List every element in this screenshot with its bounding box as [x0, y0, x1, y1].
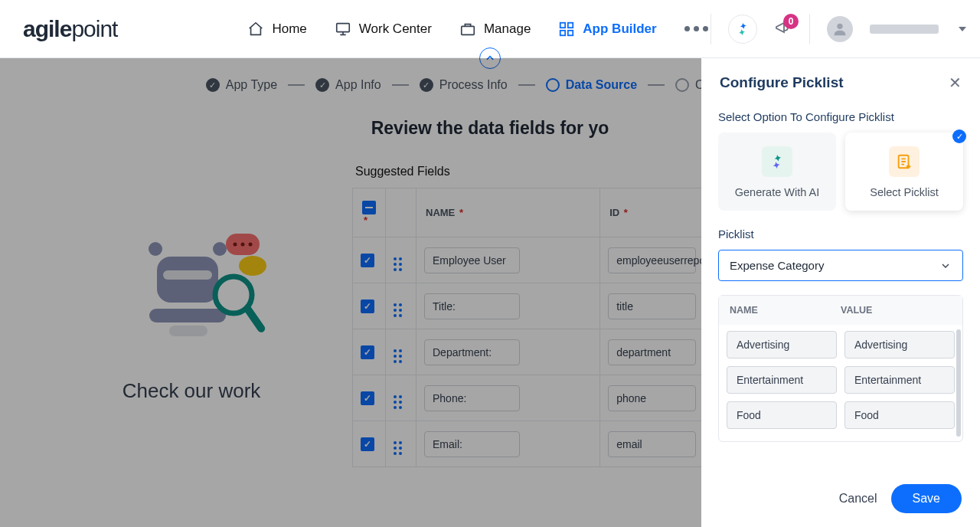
svg-rect-5	[568, 30, 573, 34]
user-menu-caret[interactable]	[959, 25, 966, 33]
notifications[interactable]: 0	[774, 18, 792, 40]
top-right: 0	[710, 14, 966, 44]
pinwheel-icon	[735, 21, 750, 37]
logo-bold: agile	[23, 16, 71, 41]
configure-picklist-panel: Configure Picklist ✕ Select Option To Co…	[701, 58, 980, 527]
nav-label: Work Center	[359, 21, 432, 37]
chevron-down-icon	[939, 260, 952, 272]
option-label: Select Picklist	[870, 186, 938, 198]
notification-badge: 0	[783, 14, 799, 29]
selected-badge-icon: ✓	[952, 129, 966, 143]
svg-rect-4	[560, 30, 565, 34]
svg-point-6	[837, 23, 842, 28]
panel-subtitle: Select Option To Configure Picklist	[718, 110, 963, 123]
panel-title: Configure Picklist	[720, 74, 844, 91]
nv-name-input[interactable]: Entertainment	[727, 366, 837, 394]
briefcase-icon	[459, 21, 476, 38]
nv-head-value: VALUE	[841, 305, 952, 316]
monitor-icon	[335, 21, 351, 38]
user-icon	[831, 21, 848, 38]
nav-more[interactable]	[684, 26, 708, 31]
logo-thin: point	[71, 16, 117, 41]
user-name	[870, 25, 939, 34]
avatar[interactable]	[827, 16, 853, 42]
nv-value-input[interactable]: Entertainment	[844, 366, 955, 394]
list-icon	[896, 153, 913, 170]
main-nav: Home Work Center Manage App Builder	[247, 21, 707, 38]
nv-name-input[interactable]: Food	[727, 401, 837, 429]
pinwheel-icon	[769, 153, 786, 170]
logo[interactable]: agilepoint	[23, 16, 117, 42]
nv-row: Entertainment Entertainment	[727, 366, 955, 394]
close-icon[interactable]: ✕	[949, 74, 962, 92]
apps-icon	[558, 21, 575, 38]
picklist-dropdown[interactable]: Expense Category	[718, 250, 963, 281]
option-select-picklist[interactable]: ✓ Select Picklist	[845, 133, 963, 211]
svg-rect-0	[337, 23, 350, 31]
save-button[interactable]: Save	[891, 484, 962, 513]
picklist-label: Picklist	[718, 227, 963, 241]
nav-home[interactable]: Home	[247, 21, 306, 38]
nv-row: Food Food	[727, 401, 955, 429]
nv-head-name: NAME	[730, 305, 841, 316]
nv-name-input[interactable]: Advertising	[727, 331, 837, 358]
divider	[710, 14, 711, 44]
divider	[809, 14, 810, 44]
nav-label: App Builder	[583, 21, 656, 37]
nv-value-input[interactable]: Advertising	[844, 331, 955, 358]
svg-rect-2	[560, 22, 565, 27]
ai-button[interactable]	[728, 15, 757, 44]
name-value-table: NAME VALUE Advertising Advertising Enter…	[718, 295, 963, 442]
home-icon	[247, 21, 264, 38]
nav-label: Home	[272, 21, 306, 37]
nv-value-input[interactable]: Food	[844, 401, 955, 429]
nav-manage[interactable]: Manage	[459, 21, 531, 38]
svg-rect-1	[462, 26, 475, 34]
nav-app-builder[interactable]: App Builder	[558, 21, 656, 38]
scrollbar[interactable]	[956, 329, 961, 437]
picklist-value: Expense Category	[730, 259, 824, 272]
nav-label: Manage	[484, 21, 531, 37]
option-generate-ai[interactable]: Generate With AI	[718, 133, 836, 211]
cancel-button[interactable]: Cancel	[839, 492, 877, 506]
option-label: Generate With AI	[735, 186, 819, 198]
svg-rect-3	[568, 22, 573, 27]
nav-work-center[interactable]: Work Center	[335, 21, 432, 38]
nv-row: Advertising Advertising	[727, 331, 955, 358]
